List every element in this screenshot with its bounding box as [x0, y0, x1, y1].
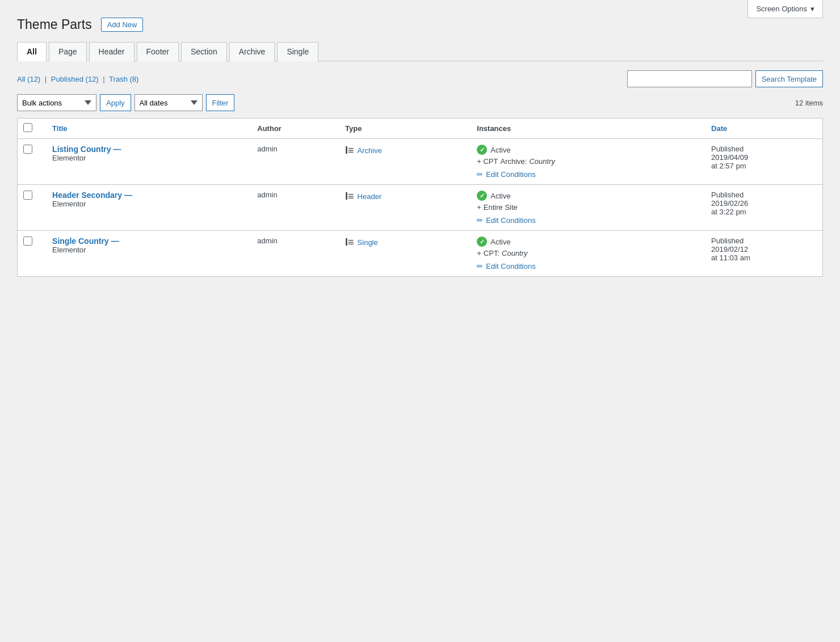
- pencil-icon: ✏: [477, 262, 483, 271]
- date-cell: Published 2019/02/12 at 11:03 am: [711, 236, 817, 262]
- elementor-icon: I≡: [345, 145, 354, 157]
- date-time: at 3:22 pm: [711, 208, 817, 216]
- tab-section[interactable]: Section: [181, 42, 227, 61]
- instances-cell: Active + CPT Archive: Country ✏ Edit Con…: [477, 145, 700, 179]
- condition-label: CPT:: [484, 249, 499, 257]
- tab-header[interactable]: Header: [89, 42, 135, 61]
- bulk-actions-select[interactable]: Bulk actions: [17, 94, 96, 111]
- row-title-link[interactable]: Single Country —: [52, 236, 119, 246]
- date-time: at 2:57 pm: [711, 162, 817, 170]
- date-cell: Published 2019/02/26 at 3:22 pm: [711, 191, 817, 216]
- col-header-title: Title: [52, 124, 68, 133]
- type-cell: I≡ Single: [345, 236, 465, 248]
- date-value: 2019/04/09: [711, 153, 817, 162]
- date-status: Published: [711, 236, 817, 245]
- col-header-date: Date: [711, 124, 727, 133]
- separator-1: |: [45, 75, 47, 83]
- select-all-checkbox[interactable]: [23, 123, 32, 132]
- active-check-icon: [477, 236, 487, 247]
- condition-plus: + CPT: [477, 157, 498, 166]
- pencil-icon: ✏: [477, 216, 483, 225]
- type-label: Single: [358, 238, 378, 247]
- row-subtitle: Elementor: [52, 246, 246, 254]
- row-title-link[interactable]: Listing Country —: [52, 145, 121, 154]
- active-label: Active: [490, 146, 510, 154]
- tab-footer[interactable]: Footer: [137, 42, 179, 61]
- active-check-icon: [477, 191, 487, 201]
- tab-all[interactable]: All: [17, 42, 47, 61]
- tab-page[interactable]: Page: [49, 42, 87, 61]
- table-row: Single Country — Elementor admin I≡ Sing…: [18, 231, 823, 277]
- screen-options-label: Screen Options: [756, 5, 807, 13]
- search-input[interactable]: [627, 70, 752, 87]
- row-checkbox[interactable]: [23, 236, 32, 246]
- condition-label: Entire Site: [484, 203, 518, 212]
- pencil-icon: ✏: [477, 170, 483, 179]
- row-subtitle: Elementor: [52, 154, 246, 162]
- theme-parts-table: Title Author Type Instances Date: [17, 118, 823, 277]
- date-filter-select[interactable]: All dates: [135, 94, 203, 111]
- filter-button[interactable]: Filter: [206, 94, 235, 111]
- filter-published-link[interactable]: Published (12): [51, 75, 100, 83]
- date-value: 2019/02/12: [711, 245, 817, 254]
- date-status: Published: [711, 191, 817, 199]
- row-author: admin: [257, 236, 277, 245]
- col-header-author: Author: [257, 124, 282, 133]
- row-subtitle: Elementor: [52, 200, 246, 208]
- col-header-type: Type: [345, 124, 362, 133]
- row-checkbox[interactable]: [23, 191, 32, 200]
- condition-label: Archive:: [500, 157, 527, 166]
- page-title: Theme Parts: [17, 17, 92, 32]
- instances-cell: Active + Entire Site ✏ Edit Conditions: [477, 191, 700, 225]
- col-header-instances: Instances: [477, 124, 511, 133]
- table-row: Header Secondary — Elementor admin I≡ He…: [18, 185, 823, 231]
- date-time: at 11:03 am: [711, 254, 817, 262]
- row-author: admin: [257, 191, 277, 199]
- row-checkbox[interactable]: [23, 145, 32, 154]
- type-cell: I≡ Header: [345, 191, 465, 202]
- instances-cell: Active + CPT: Country ✏ Edit Conditions: [477, 236, 700, 271]
- screen-options-button[interactable]: Screen Options ▾: [747, 0, 823, 18]
- row-title-link[interactable]: Header Secondary —: [52, 191, 132, 200]
- condition-plus: +: [477, 249, 481, 257]
- date-value: 2019/02/26: [711, 199, 817, 208]
- edit-conditions-button[interactable]: ✏ Edit Conditions: [477, 170, 535, 179]
- condition-value: Country: [502, 249, 528, 257]
- type-label: Archive: [358, 146, 382, 155]
- date-status: Published: [711, 145, 817, 153]
- filter-links: All (12) | Published (12) | Trash (8): [17, 75, 138, 83]
- active-label: Active: [490, 238, 510, 246]
- date-cell: Published 2019/04/09 at 2:57 pm: [711, 145, 817, 170]
- table-row: Listing Country — Elementor admin I≡ Arc…: [18, 139, 823, 185]
- chevron-down-icon: ▾: [810, 5, 814, 13]
- tab-single[interactable]: Single: [277, 42, 318, 61]
- apply-button[interactable]: Apply: [100, 94, 131, 111]
- condition-plus: +: [477, 203, 481, 212]
- filter-trash-link[interactable]: Trash (8): [109, 75, 138, 83]
- elementor-icon: I≡: [345, 191, 354, 202]
- active-check-icon: [477, 145, 487, 155]
- items-count: 12 items: [795, 99, 823, 107]
- add-new-button[interactable]: Add New: [101, 18, 144, 32]
- type-label: Header: [358, 192, 382, 201]
- elementor-icon: I≡: [345, 236, 354, 248]
- edit-conditions-button[interactable]: ✏ Edit Conditions: [477, 262, 535, 271]
- type-cell: I≡ Archive: [345, 145, 465, 157]
- search-template-button[interactable]: Search Template: [755, 70, 823, 87]
- tab-archive[interactable]: Archive: [229, 42, 275, 61]
- separator-2: |: [103, 75, 104, 83]
- active-label: Active: [490, 192, 510, 200]
- edit-conditions-button[interactable]: ✏ Edit Conditions: [477, 216, 535, 225]
- filter-all-link[interactable]: All (12): [17, 75, 43, 83]
- tab-navigation: All Page Header Footer Section Archive S…: [17, 41, 823, 61]
- row-author: admin: [257, 145, 277, 153]
- condition-value: Country: [529, 157, 555, 166]
